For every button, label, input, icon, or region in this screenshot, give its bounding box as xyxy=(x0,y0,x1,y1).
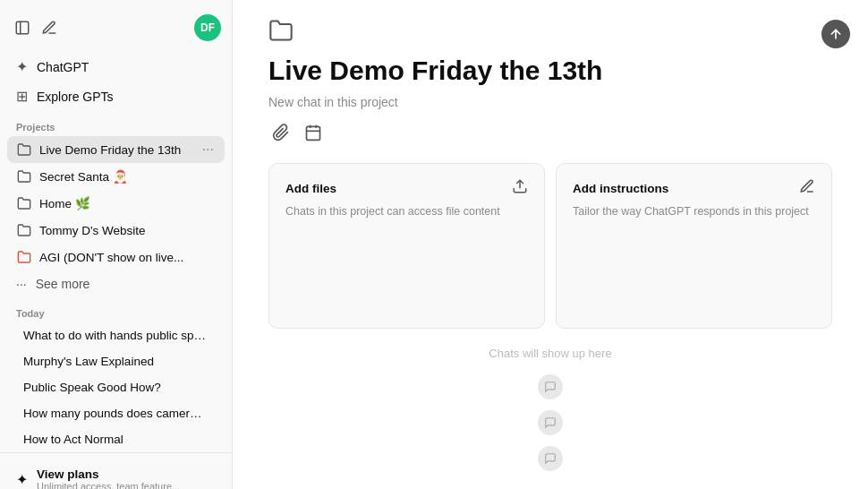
placeholder-icon-3 xyxy=(538,446,563,471)
chat-actions xyxy=(268,120,832,145)
main-content: Live Demo Friday the 13th New chat in th… xyxy=(233,0,868,489)
add-files-icon[interactable] xyxy=(512,178,528,199)
main-body: Add files Chats in this project can acce… xyxy=(233,163,868,347)
see-more-label: See more xyxy=(36,277,90,291)
projects-list: Live Demo Friday the 13th ··· Secret San… xyxy=(0,136,232,297)
add-files-card: Add files Chats in this project can acce… xyxy=(268,163,545,329)
new-chat-button[interactable] xyxy=(38,16,61,39)
project-item-live-demo[interactable]: Live Demo Friday the 13th ··· xyxy=(7,136,225,163)
sidebar-item-chatgpt[interactable]: ✦ ChatGPT xyxy=(7,52,225,82)
sidebar-item-chatgpt-label: ChatGPT xyxy=(37,60,89,74)
add-files-title: Add files xyxy=(285,182,336,195)
sidebar-item-explore-gpts[interactable]: ⊞ Explore GPTs xyxy=(7,82,225,111)
sidebar: DF ✦ ChatGPT ⊞ Explore GPTs Projects Liv… xyxy=(0,0,233,489)
chats-placeholder-area: Chats will show up here xyxy=(233,347,868,489)
placeholder-icon-1 xyxy=(538,374,563,399)
chat-item-4[interactable]: How many pounds does camera a... xyxy=(7,400,225,426)
main-header: Live Demo Friday the 13th New chat in th… xyxy=(233,0,868,163)
send-button[interactable] xyxy=(821,20,850,48)
add-instructions-title: Add instructions xyxy=(573,182,668,195)
avatar[interactable]: DF xyxy=(194,14,221,41)
chat-item-5[interactable]: How to Act Normal xyxy=(7,426,225,452)
projects-section-label: Projects xyxy=(0,111,232,136)
chat-item-3[interactable]: Public Speak Good How? xyxy=(7,374,225,400)
project-folder-icon-tommy xyxy=(16,222,32,238)
add-files-desc: Chats in this project can access file co… xyxy=(285,204,528,220)
svg-rect-0 xyxy=(16,21,29,34)
sidebar-top: DF xyxy=(0,7,232,48)
chat-item-2[interactable]: Murphy's Law Explained xyxy=(7,348,225,374)
sidebar-top-icons xyxy=(11,16,61,39)
project-label-home: Home 🌿 xyxy=(39,196,90,210)
project-more-icon[interactable]: ··· xyxy=(200,142,216,158)
view-plans-label: View plans xyxy=(37,468,180,481)
project-folder-icon-live-demo xyxy=(16,142,32,158)
project-item-secret-santa[interactable]: Secret Santa 🎅 xyxy=(7,163,225,190)
see-more-button[interactable]: ··· See more xyxy=(7,270,225,297)
add-files-header: Add files xyxy=(285,178,528,199)
add-instructions-card: Add instructions Tailor the way ChatGPT … xyxy=(556,163,832,329)
footer-text: View plans Unlimited access, team featur… xyxy=(37,468,180,489)
chatgpt-icon: ✦ xyxy=(16,58,28,75)
chat-item-1[interactable]: What to do with hands public spe... xyxy=(7,322,225,348)
project-title: Live Demo Friday the 13th xyxy=(268,56,832,86)
project-folder-icon-secret-santa xyxy=(16,168,32,184)
main-folder-icon xyxy=(268,18,832,48)
project-folder-icon-agi xyxy=(16,249,32,265)
project-label-secret-santa: Secret Santa 🎅 xyxy=(39,169,128,184)
project-label-live-demo: Live Demo Friday the 13th xyxy=(39,143,181,157)
placeholder-icon-2 xyxy=(538,410,563,435)
view-plans-sublabel: Unlimited access, team feature... xyxy=(37,481,180,489)
project-folder-icon-home xyxy=(16,195,32,211)
see-more-icon: ··· xyxy=(16,277,27,291)
new-chat-label: New chat in this project xyxy=(268,95,832,109)
explore-gpts-icon: ⊞ xyxy=(16,88,28,105)
calendar-button[interactable] xyxy=(301,120,326,145)
sidebar-nav: ✦ ChatGPT ⊞ Explore GPTs xyxy=(0,52,232,111)
project-item-tommy[interactable]: Tommy D's Website xyxy=(7,217,225,244)
add-instructions-header: Add instructions xyxy=(573,178,815,199)
project-item-home[interactable]: Home 🌿 xyxy=(7,190,225,217)
attach-file-button[interactable] xyxy=(268,120,294,145)
project-item-agi[interactable]: AGI (DON'T show on live... xyxy=(7,244,225,270)
chats-placeholder-text: Chats will show up here xyxy=(489,347,611,360)
edit-icon[interactable] xyxy=(799,178,815,199)
today-section-label: Today xyxy=(0,297,232,322)
sidebar-item-explore-gpts-label: Explore GPTs xyxy=(37,90,114,104)
placeholder-icons xyxy=(538,374,563,471)
add-instructions-desc: Tailor the way ChatGPT responds in this … xyxy=(573,204,815,220)
sidebar-footer: ✦ View plans Unlimited access, team feat… xyxy=(0,452,232,489)
view-plans-button[interactable]: ✦ View plans Unlimited access, team feat… xyxy=(7,460,225,489)
send-area xyxy=(821,20,850,48)
chats-list: What to do with hands public spe... Murp… xyxy=(0,322,232,452)
sparkle-icon: ✦ xyxy=(16,471,28,488)
project-label-tommy: Tommy D's Website xyxy=(39,224,146,237)
project-label-agi: AGI (DON'T show on live... xyxy=(39,251,183,264)
svg-rect-2 xyxy=(307,126,320,140)
sidebar-toggle-button[interactable] xyxy=(11,16,34,39)
